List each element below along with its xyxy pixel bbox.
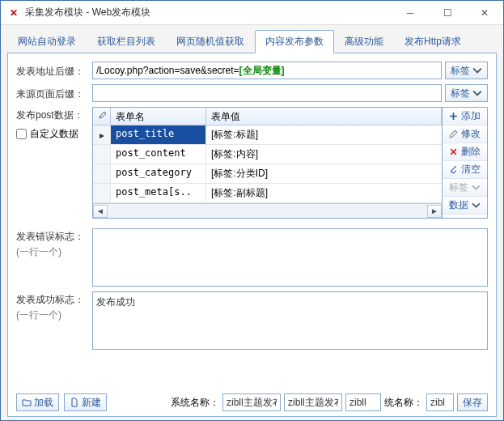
grid-header-name[interactable]: 表单名 — [111, 108, 206, 125]
pencil-icon — [98, 110, 108, 120]
scroll-left-button[interactable]: ◄ — [93, 205, 108, 218]
tab-2[interactable]: 网页随机值获取 — [166, 30, 255, 53]
minimize-button[interactable]: ─ — [392, 1, 429, 25]
cell-name[interactable]: post_content — [111, 145, 206, 164]
sys-name-input-1[interactable] — [222, 393, 281, 411]
chevron-down-icon — [472, 66, 482, 75]
row-post-data: 发布post数据： 自定义数据 表单名 表单值 — [16, 107, 488, 219]
row-url-suffix: 发表地址后缀： /Locoy.php?action=save&secret=[全… — [16, 62, 488, 79]
grid-header-value[interactable]: 表单值 — [206, 108, 442, 125]
delete-button[interactable]: 删除 — [443, 143, 487, 161]
tab-0[interactable]: 网站自动登录 — [7, 30, 87, 53]
url-suffix-tag: [全局变量] — [239, 64, 285, 78]
row-selector[interactable] — [93, 184, 111, 202]
row-error-marks: 发表错误标志： (一行一个) — [16, 228, 488, 287]
label-custom-data: 自定义数据 — [30, 127, 78, 141]
chevron-down-icon — [472, 201, 481, 210]
url-suffix-value: /Locoy.php?action=save&secret= — [96, 65, 239, 76]
grid-side-buttons: 添加 修改 删除 清空 标签 数据 — [442, 108, 487, 218]
table-row[interactable]: post_content[标签:内容] — [93, 145, 442, 164]
maximize-button[interactable]: ☐ — [429, 1, 466, 25]
sys-name-input-3[interactable] — [345, 393, 381, 411]
tab-1[interactable]: 获取栏目列表 — [87, 30, 166, 53]
error-labels: 发表错误标志： (一行一个) — [16, 228, 89, 287]
tag-button-url[interactable]: 标签 — [445, 62, 488, 79]
close-button[interactable]: ✕ — [466, 1, 503, 25]
row-selector[interactable]: ▸ — [93, 125, 111, 144]
label-err-mark: 发表错误标志： — [16, 228, 89, 244]
cell-name[interactable]: post_meta[s.. — [111, 184, 206, 202]
tab-4[interactable]: 高级功能 — [334, 30, 394, 53]
referer-input[interactable] — [92, 84, 442, 102]
clear-button[interactable]: 清空 — [443, 161, 487, 179]
grid-body: ▸post_title[标签:标题]post_content[标签:内容]pos… — [93, 125, 442, 203]
app-icon: ✕ — [7, 6, 20, 19]
row-selector[interactable] — [93, 164, 111, 183]
success-marks-input[interactable]: 发布成功 — [92, 291, 488, 350]
load-button[interactable]: 加载 — [16, 393, 59, 411]
cell-value[interactable]: [标签:副标题] — [206, 184, 442, 202]
chevron-down-icon — [472, 88, 482, 98]
scroll-right-button[interactable]: ► — [427, 205, 442, 218]
window-controls: ─ ☐ ✕ — [392, 1, 503, 25]
scroll-track[interactable] — [108, 205, 427, 218]
grid-scrollbar[interactable]: ◄ ► — [93, 203, 442, 218]
label-post-data: 发布post数据： — [16, 107, 89, 122]
broom-icon — [449, 165, 458, 174]
titlebar: ✕ 采集发布模块 - Web发布模块 ─ ☐ ✕ — [1, 1, 503, 25]
tab-panel: 发表地址后缀： /Locoy.php?action=save&secret=[全… — [7, 53, 497, 417]
row-success-marks: 发表成功标志： (一行一个) 发布成功 — [16, 291, 488, 350]
save-button[interactable]: 保存 — [457, 393, 488, 411]
label-ok-mark: 发表成功标志： — [16, 291, 89, 307]
window-title: 采集发布模块 - Web发布模块 — [25, 6, 392, 19]
file-icon — [70, 398, 79, 407]
custom-data-checkbox[interactable] — [16, 129, 27, 139]
spacer — [16, 355, 488, 385]
sys-name-input-2[interactable] — [284, 393, 342, 411]
post-data-labels: 发布post数据： 自定义数据 — [16, 107, 89, 141]
cell-value[interactable]: [标签:内容] — [206, 145, 442, 164]
grid-wrap: 表单名 表单值 ▸post_title[标签:标题]post_content[标… — [92, 107, 488, 219]
table-row[interactable]: ▸post_title[标签:标题] — [93, 125, 442, 145]
label-referer: 来源页面后缀： — [16, 84, 89, 101]
chevron-down-icon — [472, 183, 481, 192]
data-button[interactable]: 数据 — [443, 197, 487, 215]
tab-5[interactable]: 发布Http请求 — [394, 30, 472, 53]
plus-icon — [449, 112, 458, 121]
new-button[interactable]: 新建 — [64, 393, 107, 411]
success-labels: 发表成功标志： (一行一个) — [16, 291, 89, 350]
open-icon — [22, 398, 32, 407]
label-sys-name: 系统名称： — [171, 396, 219, 410]
tab-bar: 网站自动登录获取栏目列表网页随机值获取内容发布参数高级功能发布Http请求 — [7, 30, 497, 53]
edit-button[interactable]: 修改 — [443, 125, 487, 143]
cell-name[interactable]: post_category — [111, 164, 206, 183]
alias-input[interactable] — [426, 393, 454, 411]
row-referer: 来源页面后缀： 标签 — [16, 84, 488, 102]
pencil-icon — [449, 130, 458, 138]
grid-header: 表单名 表单值 — [93, 108, 442, 125]
tab-3[interactable]: 内容发布参数 — [255, 30, 334, 53]
footer-right: 系统名称： 统名称： 保存 — [171, 393, 488, 411]
cell-value[interactable]: [标签:分类ID] — [206, 164, 442, 183]
footer: 加载 新建 系统名称： 统名称： 保存 — [16, 390, 488, 411]
table-row[interactable]: post_category[标签:分类ID] — [93, 164, 442, 184]
custom-data-checkbox-wrap[interactable]: 自定义数据 — [16, 122, 89, 141]
row-selector[interactable] — [93, 145, 111, 164]
add-button[interactable]: 添加 — [443, 108, 487, 125]
hint-err: (一行一个) — [16, 244, 89, 259]
table-row[interactable]: post_meta[s..[标签:副标题] — [93, 184, 442, 203]
hint-ok: (一行一个) — [16, 307, 89, 322]
cell-value[interactable]: [标签:标题] — [206, 125, 442, 144]
grid-header-selector[interactable] — [93, 108, 111, 125]
label-alias: 统名称： — [384, 396, 423, 410]
tag-button-side[interactable]: 标签 — [443, 179, 487, 197]
cell-name[interactable]: post_title — [111, 125, 206, 144]
x-icon — [449, 147, 458, 156]
content-area: 网站自动登录获取栏目列表网页随机值获取内容发布参数高级功能发布Http请求 发表… — [1, 25, 503, 420]
tag-button-referer[interactable]: 标签 — [445, 84, 488, 102]
app-window: ✕ 采集发布模块 - Web发布模块 ─ ☐ ✕ 网站自动登录获取栏目列表网页随… — [0, 0, 504, 421]
post-data-grid: 表单名 表单值 ▸post_title[标签:标题]post_content[标… — [93, 108, 442, 218]
url-suffix-input[interactable]: /Locoy.php?action=save&secret=[全局变量] — [92, 62, 442, 79]
error-marks-input[interactable] — [92, 228, 488, 287]
label-url-suffix: 发表地址后缀： — [16, 62, 89, 79]
